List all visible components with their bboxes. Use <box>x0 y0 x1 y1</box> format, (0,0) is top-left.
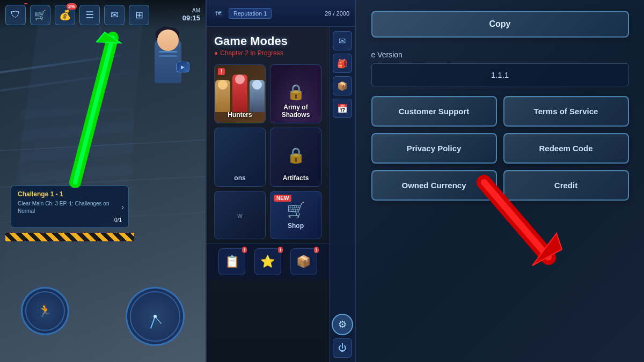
figure-2 <box>232 75 247 112</box>
challenge-desc: Clear Main Ch. 3 EP. 1: Challenges on No… <box>18 200 122 215</box>
partial-label: w <box>237 211 242 219</box>
customer-support-button[interactable]: Customer Support <box>371 96 497 127</box>
hud-time: AM 09:15 <box>182 7 200 23</box>
hud-coin-icon[interactable]: 💰 2% <box>55 5 75 25</box>
menu-sidebar: ✉ 🎒 📦 📅 ⚙ ⏻ <box>329 27 355 362</box>
footer-box-btn[interactable]: 📦 ! <box>290 248 317 275</box>
sidebar-calendar-btn[interactable]: 📅 <box>333 99 352 118</box>
reputation-progress: 29 / 2000 <box>325 10 349 17</box>
hud-menu-icon[interactable]: ☰ <box>79 5 100 25</box>
owned-currency-button[interactable]: Owned Currency <box>371 170 497 201</box>
hunters-alert: ! <box>218 68 225 75</box>
bottom-hud: 🏃 <box>0 287 206 346</box>
challenge-title: Challenge 1 - 1 <box>18 190 122 198</box>
footer-star-btn[interactable]: ⭐ ! <box>254 248 281 275</box>
menu-topbar: 🗺 Reputation 1 29 / 2000 <box>207 0 355 27</box>
svg-marker-6 <box>532 233 562 265</box>
hud-mail-icon[interactable]: ✉ <box>104 5 125 25</box>
hud-grid-icon[interactable]: ⊞ <box>129 5 149 25</box>
game-hud: 🛡 🛒 💰 2% ☰ ✉ ⊞ AM 09:15 <box>0 0 206 29</box>
doc-badge: ! <box>242 247 247 253</box>
footer-doc-btn[interactable]: 📋 ! <box>218 248 245 275</box>
sidebar-gear-btn[interactable]: ⚙ <box>332 314 353 335</box>
coin-badge: 2% <box>67 3 77 10</box>
challenge-arrow-icon[interactable]: › <box>121 203 124 211</box>
sidebar-inventory-btn[interactable]: 📦 <box>333 76 352 95</box>
sidebar-power-btn[interactable]: ⏻ <box>333 338 352 358</box>
hunters-label: Hunters <box>215 111 265 119</box>
challenge-box: Challenge 1 - 1 Clear Main Ch. 3 EP. 1: … <box>11 186 129 228</box>
privacy-policy-button[interactable]: Privacy Policy <box>371 133 497 164</box>
shop-card[interactable]: NEW 🛒 Shop <box>270 191 321 239</box>
hud-cart-icon[interactable]: 🛒 <box>30 5 50 25</box>
warning-stripes <box>5 233 134 241</box>
character: ▶ <box>147 29 189 94</box>
chapter-label: Chapter 2 In Progress <box>214 49 323 57</box>
sidebar-bag-btn[interactable]: 🎒 <box>333 54 352 73</box>
char-card: ▶ <box>176 62 189 72</box>
settings-grid: Customer Support Terms of Service Privac… <box>371 96 629 201</box>
star-badge: ! <box>278 247 283 253</box>
hunters-card[interactable]: ! Hunters <box>214 64 266 123</box>
figure-3 <box>250 80 265 112</box>
shop-label: Shop <box>288 222 304 230</box>
settings-panel: Copy e Version 1.1.1 Customer Support Te… <box>356 0 644 362</box>
action-button[interactable]: 🏃 <box>21 287 69 335</box>
shop-cart-icon: 🛒 <box>287 201 305 219</box>
menu-panel: 🗺 Reputation 1 29 / 2000 ✉ 🎒 📦 📅 ⚙ ⏻ Gam… <box>206 0 356 362</box>
options-label: ons <box>215 174 265 182</box>
shadows-lock-icon: 🔒 <box>287 83 305 101</box>
challenge-progress: 0/1 <box>114 217 122 223</box>
partial-card[interactable]: w <box>214 191 266 239</box>
artifacts-label: Artifacts <box>270 174 321 182</box>
terms-of-service-button[interactable]: Terms of Service <box>503 96 629 127</box>
figure-1 <box>215 80 230 112</box>
game-modes-title: Game Modes <box>214 34 323 48</box>
artifacts-lock-icon: 🔒 <box>287 146 305 164</box>
char-head <box>157 29 179 51</box>
options-card[interactable]: ons <box>214 128 266 187</box>
shop-new-badge: NEW <box>274 195 291 202</box>
version-section: e Version 1.1.1 <box>371 50 629 86</box>
army-shadows-card[interactable]: 🔒 Army of Shadows <box>270 64 321 123</box>
box-badge: ! <box>314 247 319 253</box>
version-value: 1.1.1 <box>371 63 629 86</box>
green-arrow <box>43 27 129 190</box>
game-panel: 🛡 🛒 💰 2% ☰ ✉ ⊞ AM 09:15 ▶ <box>0 0 206 362</box>
sidebar-mail-btn[interactable]: ✉ <box>333 31 352 50</box>
skill-wheel[interactable] <box>126 287 185 346</box>
credit-button[interactable]: Credit <box>503 170 629 201</box>
map-icon: 🗺 <box>212 9 224 18</box>
copy-button[interactable]: Copy <box>371 11 629 38</box>
artifacts-card[interactable]: 🔒 Artifacts <box>270 128 321 187</box>
hud-shield-icon[interactable]: 🛡 <box>5 5 26 25</box>
shield-badge <box>24 3 27 4</box>
shadows-label: Army of Shadows <box>270 104 321 119</box>
copy-section: Copy <box>371 11 629 44</box>
redeem-code-button[interactable]: Redeem Code <box>503 133 629 164</box>
reputation-badge: Reputation 1 <box>229 8 272 19</box>
version-label: e Version <box>371 50 629 59</box>
svg-line-2 <box>75 38 113 182</box>
